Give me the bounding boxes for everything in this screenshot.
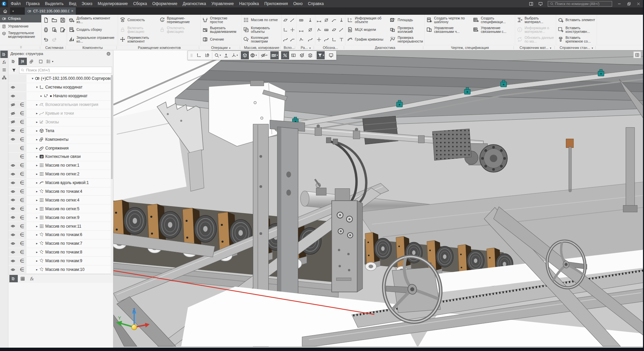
menu-Управление[interactable]: Управление [209, 0, 236, 7]
viewport-split-icon[interactable] [633, 51, 641, 58]
ribbon-button-grid-array[interactable]: Массив по сетке [241, 15, 281, 25]
visibility-eye-icon[interactable] [10, 215, 15, 220]
group-label-auxiliary[interactable]: Вспо... [282, 45, 297, 50]
tree-visibility-cell[interactable] [8, 92, 17, 101]
home-button[interactable] [0, 7, 10, 15]
scale-percent-icon[interactable] [281, 51, 289, 59]
clip-view-icon[interactable]: ▾ [270, 51, 279, 59]
expand-arrow[interactable]: ▾ [31, 77, 35, 80]
zoom-tool-icon[interactable]: ▾ [213, 51, 222, 59]
tree-visibility-cell[interactable] [8, 170, 17, 179]
tree-visibility-cell[interactable] [8, 74, 17, 83]
spline-tool-icon[interactable] [282, 36, 289, 43]
tree-visibility-cell[interactable] [8, 231, 17, 239]
mode-solid-modeling[interactable]: Твердотельное моделирование [0, 30, 41, 45]
rail-hierarchy-icon[interactable] [0, 74, 8, 81]
group-label-components[interactable]: Компоненты [67, 45, 118, 50]
ribbon-button-curvature-graph[interactable]: График кривизны [345, 35, 388, 44]
tree-scrollbar[interactable] [111, 74, 113, 275]
tree-item[interactable]: ∈▸Массив вдоль кривой:1 [8, 179, 113, 187]
menu-Эскиз[interactable]: Эскиз [79, 0, 95, 7]
home-menu-caret[interactable]: ▾ [10, 7, 16, 15]
menu-Вид[interactable]: Вид [66, 0, 79, 7]
expand-arrow[interactable]: ▸ [35, 103, 39, 106]
layers-icon[interactable] [306, 51, 314, 59]
point-tool-icon[interactable] [316, 36, 323, 43]
leader-tool-icon[interactable] [330, 16, 337, 24]
leader-tool-icon[interactable] [289, 36, 296, 43]
ribbon-button-select-material[interactable]: Выбрать материал... [515, 15, 556, 25]
tree-item[interactable]: ∈▸Тела [8, 126, 113, 135]
visibility-eye-icon[interactable] [10, 197, 15, 202]
tree-item[interactable]: ∈▸Массив по сетке:9 [8, 213, 113, 222]
tree-filter-funnel-icon[interactable] [9, 67, 18, 73]
expand-arrow[interactable]: ▸ [35, 207, 39, 211]
tree-item[interactable]: ∈▸Массив по сетке:1 [8, 161, 113, 170]
screen-mode-icon[interactable] [536, 1, 544, 7]
layout-panes-icon[interactable] [527, 1, 535, 7]
visibility-eye-icon[interactable] [10, 85, 15, 90]
tree-item[interactable]: ∈▸Массив по сетке:5 [8, 204, 113, 213]
tree-item[interactable]: ∈▸Массив по сетке:4 [8, 196, 113, 204]
panel-settings-gear-icon[interactable] [106, 51, 111, 56]
menu-Приложения[interactable]: Приложения [262, 0, 290, 7]
ribbon-button-insert-fastener[interactable]: Вставить крепежное со... [556, 35, 597, 44]
rough-tool-icon[interactable] [316, 26, 323, 34]
datum-tool-icon[interactable] [307, 16, 314, 24]
section-plane-icon[interactable] [289, 51, 298, 59]
ribbon-button-mirror-components[interactable]: Зеркальное отражение ко... [67, 35, 118, 44]
t-tool-icon[interactable] [338, 36, 345, 43]
ribbon-button-insert-element[interactable]: Вставить элемент [556, 15, 597, 25]
ribbon-button-geometry-collection[interactable]: Коллекция геометрии [241, 35, 281, 44]
tree-item[interactable]: ∈▸Массив по точкам:10 [8, 266, 113, 274]
section-box-icon[interactable] [298, 51, 306, 59]
visibility-eye-icon[interactable] [10, 137, 15, 142]
ribbon-button-continuity-check[interactable]: Проверка непрерывности [388, 35, 424, 44]
tree-item[interactable]: ∈▸Массив по точкам:8 [8, 248, 113, 257]
rail-tree-icon[interactable] [0, 51, 8, 58]
group-label-annotations[interactable]: Обозна... [315, 45, 345, 50]
tree-visibility-cell[interactable] [8, 257, 17, 266]
expand-arrow[interactable]: ▸ [35, 164, 39, 167]
tree-item[interactable]: ▾(+)СТ-192.105.000.000.000 Сортировочн [8, 74, 113, 83]
collapse-ribbon-chevron-icon[interactable] [0, 45, 42, 50]
tree-visibility-cell[interactable] [8, 135, 17, 144]
expand-arrow[interactable]: ▸ [35, 242, 39, 245]
tree-visibility-cell[interactable] [8, 161, 17, 170]
ribbon-button-create-drawing-template[interactable]: Создать чертеж по шаблону [425, 15, 471, 25]
visibility-eye-icon[interactable] [10, 267, 15, 272]
tree-item[interactable]: ∈▸Массив по точкам:6 [8, 231, 113, 239]
axis-tool-icon[interactable] [289, 16, 296, 24]
expand-arrow[interactable]: ▸ [35, 225, 39, 228]
csys-tool-icon[interactable] [330, 36, 337, 43]
3d-viewport-scene[interactable]: Z Y [113, 50, 643, 348]
tree-visibility-cell[interactable] [8, 187, 17, 196]
hidden-eye-icon[interactable] [10, 119, 15, 124]
menu-Моделирование[interactable]: Моделирование [95, 0, 130, 7]
visibility-eye-icon[interactable] [10, 232, 15, 237]
expand-arrow[interactable]: ▸ [35, 250, 39, 254]
plane-tool-icon[interactable] [282, 16, 289, 24]
ribbon-button-simple-hole[interactable]: Отверстие простое [201, 15, 241, 25]
group-label-standard-parts[interactable]: Справочник стан...▼ [556, 45, 597, 50]
expand-arrow[interactable]: ▸ [35, 138, 39, 141]
expand-arrow[interactable]: ▸ [35, 172, 39, 176]
expand-arrow[interactable]: ▸ [35, 268, 39, 271]
tree-visibility-cell[interactable] [8, 101, 17, 109]
command-search[interactable] [548, 1, 612, 7]
orientation-lock-icon[interactable] [203, 51, 211, 59]
expand-arrow[interactable]: ▸ [35, 259, 39, 262]
tree-item[interactable]: ∈▸Массив по сетке:11 [8, 222, 113, 231]
dim-tool-icon[interactable] [316, 16, 323, 24]
tree-visibility-cell[interactable] [8, 118, 17, 126]
ribbon-button-cut-extrude[interactable]: Вырезать выдавливанием [201, 25, 241, 35]
group-label-drawing-spec[interactable]: Чертеж, спецификация [425, 45, 515, 50]
visibility-eye-icon[interactable] [10, 94, 15, 99]
spline-tool-icon[interactable] [323, 36, 330, 43]
group-label-operations[interactable]: Операции▼ [201, 45, 241, 50]
hide-objects-icon[interactable]: ▾ [260, 51, 268, 59]
ribbon-button-model-mass-properties[interactable]: МЦХ модели [345, 25, 388, 35]
mode-assembly[interactable]: Сборка [0, 15, 41, 22]
tree-visibility-cell[interactable] [8, 266, 17, 274]
toolbar-grip-icon[interactable] [189, 51, 194, 59]
